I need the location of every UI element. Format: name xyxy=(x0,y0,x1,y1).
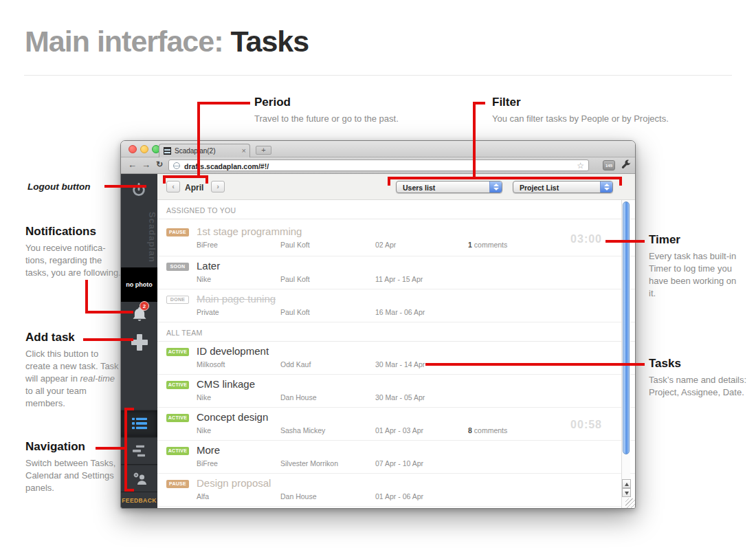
task-comments: 8comments xyxy=(468,426,507,434)
task-row[interactable]: PAUSE 1st stage programming BiFree Paul … xyxy=(157,219,635,256)
task-row[interactable]: ACTIVE ID development Milkosoft Odd Kauf… xyxy=(157,342,635,375)
task-title: ID development xyxy=(197,345,269,357)
callout-period-desc: Travel to the future or go to the past. xyxy=(254,113,399,125)
annotation-bracket-period xyxy=(163,175,208,178)
settings-wrench-icon[interactable] xyxy=(621,160,631,173)
task-timer[interactable]: 03:00 xyxy=(570,233,602,245)
task-project: Private xyxy=(197,308,219,316)
task-list: ASSIGNED TO YOU PAUSE 1st stage programm… xyxy=(157,200,635,508)
url-bar[interactable]: drafts.scadaplan.com/#!/ ☆ xyxy=(168,160,589,171)
next-month-button[interactable]: › xyxy=(211,181,225,192)
task-assignee: Sasha Mickey xyxy=(280,426,325,434)
annotation-bracket-filter xyxy=(388,177,390,186)
select-stepper-icon xyxy=(600,182,612,192)
callout-navigation-desc: Switch between Tasks, Calendar and Setti… xyxy=(25,457,139,494)
forward-button[interactable]: → xyxy=(142,160,151,170)
month-label: April xyxy=(185,183,203,192)
task-timer[interactable]: 00:58 xyxy=(570,419,602,431)
task-title: Concept design xyxy=(197,411,268,423)
task-title: CMS linkage xyxy=(197,378,255,390)
task-assignee: Dan House xyxy=(280,492,317,500)
project-filter-value: Project List xyxy=(520,184,559,192)
browser-window: Scadaplan(2) × + ← → ↻ drafts.scadaplan.… xyxy=(120,140,636,509)
annotation-line-notifications xyxy=(85,311,133,314)
task-title: 1st stage programming xyxy=(197,226,302,237)
callout-add-task-desc: Click this button to create a new task. … xyxy=(25,348,125,410)
task-project: Nike xyxy=(197,275,211,283)
annotation-line-period xyxy=(197,102,200,177)
browser-tab[interactable]: Scadaplan(2) × xyxy=(159,144,250,157)
callout-period: Period Travel to the future or go to the… xyxy=(254,96,399,125)
annotation-bracket-filter xyxy=(619,177,622,186)
callout-timer-desc: Every task has built-in Timer to log tim… xyxy=(649,250,748,300)
task-row[interactable]: DONE Main page tuning Private Paul Koft … xyxy=(157,289,635,322)
select-stepper-icon xyxy=(489,182,502,192)
callout-logout: Logout button xyxy=(27,182,90,192)
callout-timer: Timer Every task has built-in Timer to l… xyxy=(649,233,748,300)
status-badge: PAUSE xyxy=(166,480,189,488)
add-task-button[interactable] xyxy=(131,334,148,351)
callout-tasks: Tasks Task’s name and details: Project, … xyxy=(649,357,752,399)
task-row[interactable]: ACTIVE CMS linkage Nike Dan House 30 Mar… xyxy=(157,375,635,408)
resize-grip[interactable] xyxy=(625,498,635,508)
task-date: 01 Apr - 06 Apr xyxy=(375,492,423,500)
scrollbar[interactable] xyxy=(621,200,630,508)
reload-button[interactable]: ↻ xyxy=(156,160,163,169)
task-row[interactable]: PAUSE Design proposal Alfa Dan House 01 … xyxy=(157,474,635,507)
bookmark-star-icon[interactable]: ☆ xyxy=(577,161,584,170)
callout-period-title: Period xyxy=(254,96,399,109)
page-title-bold: Tasks xyxy=(230,25,309,58)
tab-favicon-icon xyxy=(164,147,171,155)
task-project: Alfa xyxy=(197,492,209,500)
task-date: 30 Mar - 14 Apr xyxy=(375,360,425,368)
annotation-line-add-task xyxy=(83,338,133,341)
app-main: ‹ April › Users list Project List ASSIGN… xyxy=(157,174,635,508)
close-window-button[interactable] xyxy=(129,145,137,153)
scroll-up-button[interactable] xyxy=(622,479,631,488)
users-filter-select[interactable]: Users list xyxy=(396,181,502,193)
task-assignee: Paul Koft xyxy=(280,241,310,249)
back-button[interactable]: ← xyxy=(128,160,137,170)
callout-filter-title: Filter xyxy=(492,96,669,109)
scroll-down-button[interactable] xyxy=(622,488,631,497)
task-comments: 1comments xyxy=(468,241,507,249)
project-filter-select[interactable]: Project List xyxy=(513,181,613,193)
task-assignee: Dan House xyxy=(280,393,317,402)
page-canvas: Main interface: Tasks Period Travel to t… xyxy=(0,0,756,550)
callout-tasks-desc: Task’s name and details: Project, Assign… xyxy=(649,374,752,399)
task-project: Milkosoft xyxy=(197,360,225,368)
task-date: 07 Apr - 10 Apr xyxy=(375,459,423,468)
annotation-line-logout xyxy=(104,185,146,188)
callout-filter: Filter You can filter tasks by People or… xyxy=(492,96,669,125)
annotation-bracket-period xyxy=(163,175,166,184)
task-date: 16 Mar - 06 Apr xyxy=(375,308,425,316)
section-header-all-team: ALL TEAM xyxy=(157,322,635,342)
tab-close-icon[interactable]: × xyxy=(242,146,246,155)
status-badge: ACTIVE xyxy=(166,348,189,356)
annotation-line-filter xyxy=(473,102,476,179)
new-tab-button[interactable]: + xyxy=(256,146,271,155)
task-date: 30 Mar - 05 Apr xyxy=(375,393,425,402)
notification-count-badge: 2 xyxy=(140,301,149,311)
users-filter-value: Users list xyxy=(403,184,435,192)
task-row[interactable]: SOON Later Nike Paul Koft 11 Apr - 15 Ap… xyxy=(157,256,635,289)
status-badge: DONE xyxy=(166,296,189,304)
task-date: 11 Apr - 15 Apr xyxy=(375,275,423,283)
status-badge: ACTIVE xyxy=(166,447,189,455)
callout-timer-title: Timer xyxy=(649,233,748,247)
callout-notifications-title: Notifications xyxy=(25,225,142,239)
task-project: BiFree xyxy=(197,241,218,249)
task-row[interactable]: ACTIVE More BiFree Silvester Morrikon 07… xyxy=(157,441,635,474)
annotation-bracket-filter xyxy=(388,177,622,179)
task-row[interactable]: ACTIVE Concept design Nike Sasha Mickey … xyxy=(157,408,635,441)
previous-month-button[interactable]: ‹ xyxy=(166,181,180,192)
task-project: Nike xyxy=(197,393,211,402)
extension-badge-icon[interactable]: 145 xyxy=(603,160,615,170)
annotation-bracket-navigation xyxy=(124,489,134,492)
minimize-window-button[interactable] xyxy=(140,145,148,153)
task-project: Nike xyxy=(197,426,211,434)
feedback-link[interactable]: FEEDBACK xyxy=(121,497,157,504)
annotation-line-timer xyxy=(605,240,645,243)
task-assignee: Paul Koft xyxy=(280,308,310,316)
callout-filter-desc: You can filter tasks by People or by Pro… xyxy=(492,113,669,125)
